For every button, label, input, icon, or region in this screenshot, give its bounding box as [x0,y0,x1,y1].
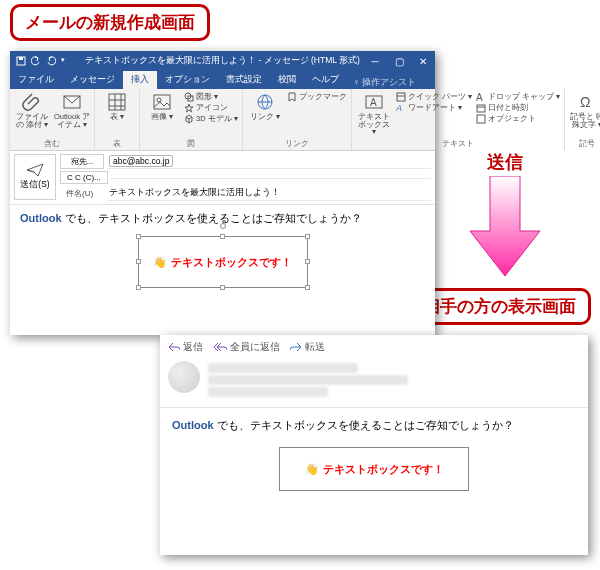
reply-all-button[interactable]: 全員に返信 [213,340,280,354]
svg-rect-15 [477,115,485,123]
tab-options[interactable]: オプション [157,70,218,89]
symbols-button[interactable]: Ω 記号と 特殊文字 ▾ [569,92,600,128]
message-header [160,359,588,408]
group-links-label: リンク [247,138,347,149]
group-illustrations-label: 図 [144,138,238,149]
svg-text:A: A [476,92,483,102]
outlook-item-icon [62,92,82,112]
tab-message[interactable]: メッセージ [62,70,123,89]
to-field[interactable]: abc@abc.co.jp [107,154,431,169]
calendar-icon [476,103,486,113]
table-button[interactable]: 表 ▾ [99,92,135,121]
to-blur [208,387,328,397]
datetime-button[interactable]: 日付と時刻 [476,103,560,113]
group-text-label: テキスト [356,138,560,149]
link-icon [255,92,275,112]
emoji-icon: 👋 [305,463,319,476]
svg-rect-4 [154,95,170,109]
to-button[interactable]: 宛先... [60,154,104,169]
inserted-textbox[interactable]: 👋 テキストボックスです！ [138,236,308,288]
minimize-button[interactable]: ─ [363,51,387,71]
images-button[interactable]: 画像 ▾ [144,92,180,121]
forward-button[interactable]: 転送 [290,340,325,354]
tab-format[interactable]: 書式設定 [218,70,270,89]
svg-text:A: A [370,97,377,108]
dropcap-button[interactable]: Aドロップ キャップ ▾ [476,92,560,102]
3d-models-button[interactable]: 3D モデル ▾ [184,114,238,124]
cc-button[interactable]: C C (C)... [60,171,108,184]
message-body[interactable]: Outlook でも、テキストボックスを使えることはご存知でしょうか？ 👋 テキ… [10,205,435,298]
redo-icon[interactable] [46,56,56,66]
arrow-icon [455,176,555,276]
attach-file-button[interactable]: ファイルの 添付 ▾ [14,92,50,128]
svg-rect-1 [19,57,23,60]
received-textbox-text: テキストボックスです！ [323,462,444,477]
qat-more-icon[interactable]: ▾ [61,56,65,64]
paperclip-icon [22,92,42,112]
emoji-icon: 👋 [153,256,167,269]
table-icon [107,92,127,112]
textbox-icon: A [364,92,384,112]
rotate-handle-icon[interactable] [220,223,226,229]
svg-rect-14 [477,105,485,112]
group-tables-label: 表 [99,138,135,149]
resize-handle[interactable] [136,259,141,264]
tab-help[interactable]: ヘルプ [304,70,347,89]
cc-field[interactable] [111,176,431,179]
undo-icon[interactable] [31,56,41,66]
tell-me[interactable]: ♀ 操作アシスト [347,76,435,89]
resize-handle[interactable] [136,234,141,239]
maximize-button[interactable]: ▢ [387,51,411,71]
object-button[interactable]: オブジェクト [476,114,560,124]
resize-handle[interactable] [305,285,310,290]
bookmark-icon [287,92,297,102]
tab-review[interactable]: 校閲 [270,70,304,89]
reply-icon [168,342,180,352]
reply-all-icon [213,342,227,352]
send-arrow: 送信 [455,150,555,280]
tab-file[interactable]: ファイル [10,70,62,89]
close-button[interactable]: ✕ [411,51,435,71]
resize-handle[interactable] [305,259,310,264]
attach-outlook-item-button[interactable]: Outlook アイテム ▾ [54,92,90,128]
bookmark-button[interactable]: ブックマーク [287,92,347,102]
send-icon [26,163,44,177]
svg-text:Ω: Ω [580,94,590,110]
received-body: Outlook でも、テキストボックスを使えることはご存知でしょうか？ 👋 テキ… [160,408,588,501]
resize-handle[interactable] [305,234,310,239]
link-button[interactable]: リンク ▾ [247,92,283,121]
wordart-button[interactable]: Aワードアート ▾ [396,103,472,113]
received-panel: 返信 全員に返信 転送 Outlook でも、テキストボックスを使えることはご存… [160,335,588,555]
svg-rect-3 [109,94,125,110]
recipient-chip[interactable]: abc@abc.co.jp [109,155,173,167]
subject-blur [208,375,408,385]
forward-icon [290,342,302,352]
sender-name-blur [208,363,358,373]
arrow-label: 送信 [455,150,555,174]
cube-icon [184,114,194,124]
quickparts-button[interactable]: クイック パーツ ▾ [396,92,472,102]
save-icon[interactable] [16,56,26,66]
icons-button[interactable]: アイコン [184,103,238,113]
svg-text:A: A [396,103,402,113]
send-label: 送信(S) [20,179,49,191]
received-line-1: Outlook でも、テキストボックスを使えることはご存知でしょうか？ [172,418,576,433]
compose-window: ▾ テキストボックスを最大限に活用しよう！ - メッセージ (HTML 形式) … [10,51,435,335]
textbox-button[interactable]: A テキスト ボックス ▾ [356,92,392,136]
subject-field[interactable]: テキストボックスを最大限に活用しよう！ [107,186,431,201]
resize-handle[interactable] [136,285,141,290]
received-textbox: 👋 テキストボックスです！ [279,447,469,491]
shapes-button[interactable]: 図形 ▾ [184,92,238,102]
send-button[interactable]: 送信(S) [14,154,56,200]
resize-handle[interactable] [220,285,225,290]
ribbon-tabs: ファイル メッセージ 挿入 オプション 書式設定 校閲 ヘルプ ♀ 操作アシスト [10,71,435,89]
tab-insert[interactable]: 挿入 [123,70,157,89]
reply-button[interactable]: 返信 [168,340,203,354]
svg-point-5 [157,98,161,102]
shapes-icon [184,92,194,102]
window-title: テキストボックスを最大限に活用しよう！ - メッセージ (HTML 形式) [85,55,360,67]
resize-handle[interactable] [220,234,225,239]
dropcap-icon: A [476,92,486,102]
icons-icon [184,103,194,113]
address-area: 送信(S) 宛先... abc@abc.co.jp C C (C)... 件名(… [10,151,435,205]
